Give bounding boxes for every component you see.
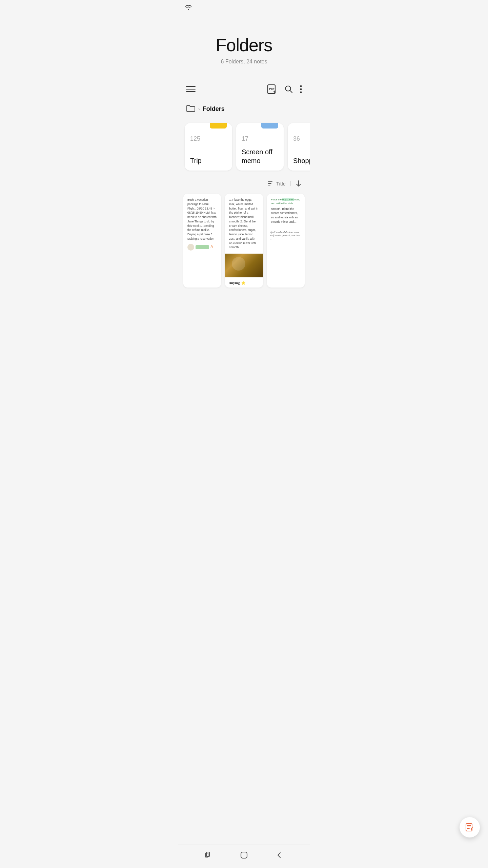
home-button[interactable] [239,850,249,860]
note-card-2[interactable]: 1. Place the eggs, milk, water, melted b… [225,194,263,288]
note-card-1[interactable]: Book a vacation package to Maui. Flight … [183,194,221,288]
sort-label: Title [276,181,286,186]
folder-count: 36 [293,135,310,142]
svg-line-4 [290,91,292,93]
folder-name: Trip [190,156,227,165]
back-button[interactable] [275,851,283,859]
note-text-2: 1. Place the eggs, milk, water, melted b… [229,198,259,250]
svg-point-6 [300,88,302,90]
note-text-3: smooth. Blend the cream confectioners, s… [271,207,301,224]
folder-card-screen-off-memo[interactable]: 17 Screen off memo [236,123,284,171]
notes-grid: Book a vacation package to Maui. Flight … [178,191,310,315]
handwriting-text: if all medical doctors wereto forsake ge… [270,231,301,240]
folder-tab-blue [261,123,278,129]
svg-point-5 [300,85,302,87]
folder-name: Screen off memo [242,147,278,165]
folders-grid: 125 Trip 17 Screen off memo 36 Shopping … [178,118,310,176]
sort-bar: Title | [178,176,310,191]
note-footer-2: Buying ⭐ [225,277,263,288]
svg-text:+: + [273,89,276,94]
folder-tab-yellow [210,123,227,129]
nav-bar [178,845,310,868]
note-highlight-3: Place the eggs, milk flour, and salt in … [271,198,301,205]
search-button[interactable] [284,85,293,94]
page-subtitle: 6 Folders, 24 notes [221,59,267,65]
svg-rect-19 [241,852,247,858]
buying-label: Buying [228,281,240,285]
sort-by-title[interactable]: Title [268,181,286,186]
folder-count: 125 [190,135,227,142]
folder-icon [186,104,196,114]
folder-name: Shopping [293,156,310,165]
breadcrumb: › Folders [178,100,310,118]
note-image-2 [225,254,263,277]
pdf-button[interactable]: PDF + [267,84,278,95]
sort-divider: | [290,180,291,186]
hero-section: Folders 6 Folders, 24 notes [178,15,310,78]
status-bar [178,0,310,15]
note-handwriting-3: if all medical doctors wereto forsake ge… [267,228,305,243]
page-title: Folders [216,35,272,55]
toolbar: PDF + [178,78,310,100]
more-options-button[interactable] [300,85,302,93]
svg-point-7 [300,92,302,93]
folder-card-shopping[interactable]: 36 Shopping [288,123,310,171]
menu-button[interactable] [186,86,196,92]
breadcrumb-chevron-icon: › [198,106,200,112]
note-avatar-1 [187,244,194,251]
sort-direction-button[interactable] [295,180,302,187]
note-text-1: Book a vacation package to Maui. Flight … [187,198,217,241]
note-icon-1: A [210,244,213,250]
note-tag-1 [196,245,209,249]
breadcrumb-label: Folders [203,105,225,113]
note-card-3[interactable]: Place the eggs, milk flour, and salt in … [267,194,305,288]
recent-apps-button[interactable] [205,851,213,859]
folder-card-trip[interactable]: 125 Trip [185,123,232,171]
folder-count: 17 [242,135,278,142]
wifi-icon [185,4,192,12]
star-icon: ⭐ [241,281,245,285]
